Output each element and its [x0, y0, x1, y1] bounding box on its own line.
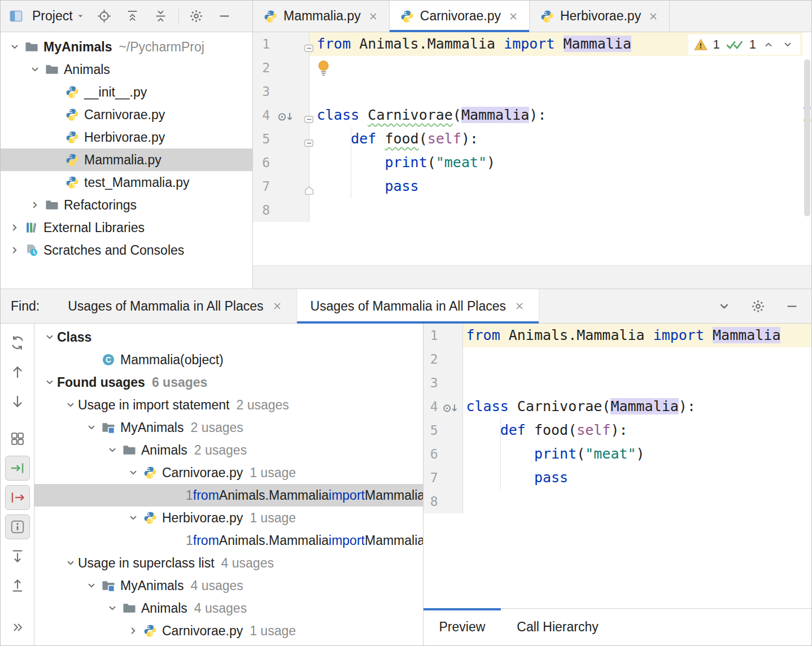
- chevron-right-icon[interactable]: [7, 220, 22, 235]
- tree-row-herbivorae-py[interactable]: Herbivorae.py: [1, 126, 252, 149]
- close-icon[interactable]: [368, 11, 379, 22]
- tree-row-external-libraries[interactable]: External Libraries: [1, 216, 252, 239]
- chevron-down-icon[interactable]: [105, 601, 120, 616]
- tree-row-animals[interactable]: Animals2 usages: [34, 439, 423, 461]
- code-line[interactable]: 8: [424, 490, 812, 513]
- close-icon[interactable]: [514, 300, 525, 312]
- tree-row-found-usages[interactable]: Found usages6 usages: [34, 371, 423, 394]
- intention-bulb-icon[interactable]: [317, 59, 330, 76]
- inspections-widget[interactable]: 1 1: [688, 34, 801, 55]
- code-text[interactable]: [309, 198, 811, 222]
- collapse-all-icon[interactable]: [5, 573, 30, 598]
- code-line[interactable]: 5 def food(self):: [424, 418, 812, 442]
- code-text[interactable]: [463, 371, 812, 395]
- chevron-down-icon[interactable]: [84, 578, 99, 593]
- usage-row[interactable]: 1 from Animals.Mammalia import Mammalia: [34, 484, 423, 507]
- autoscroll-to-source-icon[interactable]: [5, 456, 30, 481]
- code-line[interactable]: 8: [253, 198, 811, 222]
- code-line[interactable]: 3: [424, 371, 812, 395]
- code-text[interactable]: pass: [309, 174, 811, 198]
- code-text[interactable]: pass: [463, 466, 812, 490]
- tree-row-carnivorae-py[interactable]: Carnivorae.py: [1, 103, 252, 126]
- code-text[interactable]: class Carnivorae(Mammalia):: [463, 395, 812, 418]
- tree-row-init-py[interactable]: __init__.py: [1, 81, 252, 103]
- scroll-to-top-icon[interactable]: [124, 8, 141, 25]
- tree-row-usage-in-import-statement[interactable]: Usage in import statement2 usages: [34, 394, 423, 416]
- editor-tab-herbivorae-py[interactable]: Herbivorae.py: [530, 1, 670, 32]
- usage-row[interactable]: 1 from Animals.Mammalia import Mammalia: [34, 529, 423, 552]
- chevron-down-icon[interactable]: [126, 465, 141, 480]
- collapse-all-icon[interactable]: [152, 8, 169, 25]
- tree-row-scratches-and-consoles[interactable]: Scratches and Consoles: [1, 239, 252, 261]
- preview-tab-call-hierarchy[interactable]: Call Hierarchy: [501, 609, 614, 645]
- chevron-right-icon[interactable]: [126, 623, 141, 638]
- code-line[interactable]: 6 print("meat"): [253, 151, 811, 174]
- tree-row-herbivorae-py[interactable]: Herbivorae.py1 usage: [34, 507, 423, 529]
- close-icon[interactable]: [508, 11, 519, 22]
- editor-scrollbar[interactable]: [802, 32, 811, 265]
- code-line[interactable]: 2: [424, 347, 812, 371]
- chevron-down-icon[interactable]: [63, 556, 78, 570]
- code-text[interactable]: [463, 347, 812, 371]
- close-icon[interactable]: [648, 11, 659, 22]
- code-text[interactable]: [463, 490, 812, 513]
- chevron-down-icon[interactable]: [42, 375, 57, 390]
- previous-problem-icon[interactable]: [762, 38, 775, 51]
- code-line[interactable]: 5 def food(self):: [253, 127, 811, 151]
- fold-marker-icon[interactable]: [303, 109, 315, 121]
- tree-row-animals[interactable]: Animals4 usages: [34, 597, 423, 619]
- tree-row-class[interactable]: Class: [34, 326, 423, 348]
- preview-tab-preview[interactable]: Preview: [424, 609, 501, 645]
- chevron-down-icon[interactable]: [7, 40, 22, 54]
- tree-row-myanimals[interactable]: MyAnimals4 usages: [34, 574, 423, 597]
- chevron-right-icon[interactable]: [28, 198, 42, 212]
- chevron-down-icon[interactable]: [715, 298, 732, 315]
- next-problem-icon[interactable]: [781, 38, 794, 51]
- code-text[interactable]: def food(self):: [309, 127, 811, 151]
- chevron-down-icon[interactable]: [42, 330, 57, 344]
- tree-row-carnivorae-py[interactable]: Carnivorae.py1 usage: [34, 619, 423, 642]
- tree-row-myanimals[interactable]: MyAnimals2 usages: [34, 416, 423, 439]
- editor-tab-carnivorae-py[interactable]: Carnivorae.py: [390, 1, 530, 32]
- editor-tab-mammalia-py[interactable]: Mammalia.py: [253, 1, 390, 32]
- code-line[interactable]: 4class Carnivorae(Mammalia):: [424, 395, 812, 418]
- code-text[interactable]: from Animals.Mammalia import Mammalia: [463, 324, 812, 347]
- rerun-search-icon[interactable]: [5, 330, 30, 355]
- code-text[interactable]: print("meat"): [309, 151, 811, 174]
- hide-panel-icon[interactable]: [783, 298, 800, 315]
- expand-all-icon[interactable]: [5, 544, 30, 569]
- overridden-marker-icon[interactable]: [442, 399, 460, 414]
- code-line[interactable]: 6 print("meat"): [424, 442, 812, 466]
- code-line[interactable]: 7 pass: [424, 466, 812, 490]
- code-text[interactable]: class Carnivorae(Mammalia):: [309, 103, 811, 127]
- tree-row-mammalia-object[interactable]: CMammalia(object): [34, 348, 423, 371]
- chevron-right-icon[interactable]: [7, 243, 22, 257]
- code-line[interactable]: 4class Carnivorae(Mammalia):: [253, 103, 811, 127]
- hide-panel-icon[interactable]: [216, 8, 233, 25]
- code-line[interactable]: 7 pass: [253, 174, 811, 198]
- code-line[interactable]: 2: [253, 56, 811, 80]
- find-tab[interactable]: Usages of Mammalia in All Places: [54, 289, 296, 323]
- chevron-down-icon[interactable]: [105, 443, 120, 457]
- chevron-down-icon[interactable]: [28, 62, 42, 77]
- overridden-marker-icon[interactable]: [276, 108, 296, 123]
- more-options-icon[interactable]: [5, 615, 30, 640]
- tree-row-refactorings[interactable]: Refactorings: [1, 194, 252, 216]
- tree-row-test-mammalia-py[interactable]: test_Mammalia.py: [1, 171, 252, 194]
- code-text[interactable]: def food(self):: [463, 418, 812, 442]
- chevron-down-icon[interactable]: [84, 420, 99, 435]
- tree-row-mammalia-py[interactable]: Mammalia.py: [1, 149, 252, 171]
- group-by-icon[interactable]: [5, 426, 30, 451]
- project-view-selector[interactable]: Project: [32, 8, 85, 24]
- chevron-down-icon[interactable]: [63, 398, 78, 412]
- close-icon[interactable]: [272, 300, 283, 312]
- tree-row-animals[interactable]: Animals: [1, 58, 252, 81]
- preview-usages-icon[interactable]: [5, 514, 30, 539]
- scrollbar-thumb[interactable]: [804, 59, 810, 216]
- settings-icon[interactable]: [188, 8, 205, 25]
- fold-marker-icon[interactable]: [303, 133, 315, 145]
- previous-occurrence-icon[interactable]: [5, 360, 30, 385]
- code-text[interactable]: print("meat"): [463, 442, 812, 466]
- next-occurrence-icon[interactable]: [5, 389, 30, 414]
- settings-icon[interactable]: [749, 298, 766, 315]
